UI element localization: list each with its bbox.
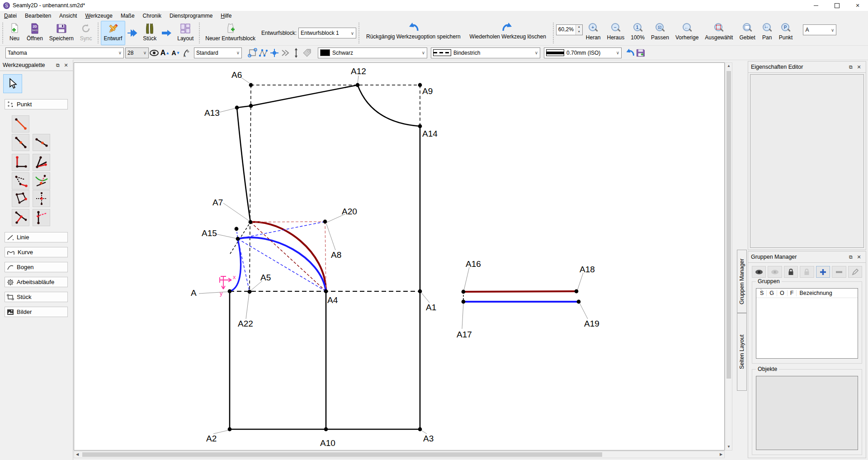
section-bilder[interactable]: Bilder bbox=[5, 307, 68, 317]
zoom-area-button[interactable]: Gebiet bbox=[736, 21, 758, 45]
pattern-segment[interactable] bbox=[462, 303, 463, 329]
menu-bearbeiten[interactable]: Bearbeiten bbox=[21, 11, 55, 20]
line-type-combobox[interactable]: Bindestrich∨ bbox=[431, 47, 540, 58]
show-curve-points-button[interactable] bbox=[258, 47, 269, 58]
pattern-segment[interactable] bbox=[238, 222, 325, 239]
pattern-segment[interactable] bbox=[241, 77, 251, 84]
point-label-A9[interactable]: A9 bbox=[422, 86, 433, 96]
pattern-segment[interactable] bbox=[580, 303, 588, 319]
pattern-segment[interactable] bbox=[246, 294, 249, 319]
zoom-point-button[interactable]: P Punkt bbox=[776, 21, 796, 45]
undo-button[interactable]: Rückgängig Werkzeugoption speichern bbox=[362, 21, 465, 45]
groups-list-header[interactable]: ˆS G O F Bezeichnung bbox=[756, 289, 858, 298]
pattern-segment[interactable] bbox=[215, 234, 236, 238]
new-draft-block-button[interactable]: Neuer Entwurfsblock bbox=[202, 21, 259, 45]
redo-button[interactable]: Wiederholen Werkzeug löschen bbox=[465, 21, 551, 45]
zoom-spinbox[interactable]: 60,2% ▲▼ bbox=[556, 24, 583, 35]
point-A10[interactable] bbox=[324, 427, 328, 432]
pattern-segment[interactable] bbox=[250, 85, 251, 292]
tool-bisector-point[interactable] bbox=[33, 154, 50, 171]
section-linie[interactable]: Linie bbox=[5, 232, 68, 242]
pattern-segment[interactable] bbox=[221, 276, 226, 289]
point-label-A13[interactable]: A13 bbox=[204, 108, 220, 118]
pattern-segment[interactable] bbox=[358, 76, 359, 84]
point-label-A6[interactable]: A6 bbox=[231, 70, 242, 80]
line-color-combobox[interactable]: Schwarz∨ bbox=[318, 47, 427, 58]
draft-block-combobox[interactable]: Entwurfsblock 1∨ bbox=[298, 28, 356, 38]
pattern-segment[interactable] bbox=[421, 430, 427, 434]
show-labels-button[interactable] bbox=[149, 47, 160, 58]
section-bogen[interactable]: Bogen bbox=[5, 262, 68, 272]
section-stueck[interactable]: Stück bbox=[5, 292, 68, 302]
float-panel-icon[interactable]: ⧉ bbox=[847, 64, 855, 70]
tool-perpendicular-point[interactable] bbox=[12, 154, 29, 171]
pattern-segment[interactable] bbox=[220, 277, 231, 283]
groups-list[interactable]: ˆS G O F Bezeichnung bbox=[756, 288, 858, 359]
decrease-label-size-button[interactable]: A▼ bbox=[170, 47, 181, 58]
point-A14[interactable] bbox=[418, 124, 422, 128]
point-label-A7[interactable]: A7 bbox=[212, 198, 223, 208]
mode-draft-button[interactable]: Entwurf bbox=[101, 21, 126, 45]
section-arbeitsablaeufe[interactable]: Arbeitsabläufe bbox=[5, 277, 68, 287]
float-panel-icon[interactable]: ⧉ bbox=[54, 62, 62, 68]
menu-dienstprogramme[interactable]: Dienstprogramme bbox=[165, 11, 217, 20]
zoom-100-button[interactable]: 1 100% bbox=[627, 21, 648, 45]
pattern-segment[interactable] bbox=[237, 85, 358, 108]
tool-midpoint-between-points[interactable] bbox=[33, 209, 50, 226]
point-A12[interactable] bbox=[356, 83, 360, 87]
tool-point-on-perpendicular[interactable] bbox=[12, 209, 29, 226]
point-A16[interactable] bbox=[462, 290, 466, 294]
tab-seiten-layout[interactable]: Seiten Layout bbox=[737, 313, 747, 391]
point-label-A5[interactable]: A5 bbox=[260, 273, 271, 283]
vertical-axis-button[interactable] bbox=[291, 47, 302, 58]
pan-button[interactable]: ↔↕ Pan bbox=[759, 21, 776, 45]
reset-line-options-button[interactable] bbox=[624, 47, 635, 58]
section-punkt[interactable]: Punkt bbox=[5, 99, 68, 109]
point-A6[interactable] bbox=[249, 83, 253, 87]
pattern-segment[interactable] bbox=[230, 239, 241, 291]
tool-point-at-distance-angle[interactable] bbox=[12, 115, 29, 133]
lock-group-button[interactable] bbox=[784, 266, 798, 278]
label-tag-button[interactable] bbox=[302, 47, 312, 58]
pattern-segment[interactable] bbox=[237, 108, 250, 222]
point-shoulder-node[interactable] bbox=[249, 104, 253, 108]
horizontal-scroll-thumb[interactable] bbox=[82, 452, 602, 457]
point-A5-A22[interactable] bbox=[248, 290, 252, 294]
point-label-A15[interactable]: A15 bbox=[202, 228, 217, 238]
label-style-combobox[interactable]: Standard∨ bbox=[194, 47, 242, 58]
pattern-segment[interactable] bbox=[213, 430, 229, 434]
point-A1[interactable] bbox=[418, 289, 422, 294]
point-label-A20[interactable]: A20 bbox=[342, 207, 357, 217]
close-panel-icon[interactable]: ✕ bbox=[855, 254, 863, 260]
close-button[interactable]: ✕ bbox=[847, 0, 868, 11]
section-kurve[interactable]: Kurve bbox=[5, 247, 68, 257]
scroll-left-icon[interactable]: ◀ bbox=[74, 451, 80, 458]
pattern-segment[interactable] bbox=[223, 203, 250, 221]
pattern-segment[interactable] bbox=[577, 273, 583, 290]
point-ctrl-node[interactable] bbox=[235, 227, 239, 231]
point-label-A[interactable]: A bbox=[191, 288, 197, 298]
point-label-x[interactable]: x bbox=[233, 274, 236, 280]
show-piece-nodes-button[interactable] bbox=[247, 47, 258, 58]
point-A13[interactable] bbox=[235, 106, 239, 110]
pattern-segment[interactable] bbox=[464, 267, 469, 290]
hide-group-button[interactable] bbox=[768, 266, 782, 278]
tool-triangle-point[interactable] bbox=[12, 190, 29, 207]
float-panel-icon[interactable]: ⧉ bbox=[847, 254, 855, 260]
increase-label-size-button[interactable]: A▲ bbox=[160, 47, 170, 58]
unlock-group-button[interactable] bbox=[800, 266, 814, 278]
point-label-A14[interactable]: A14 bbox=[422, 129, 438, 139]
save-button[interactable]: Speichern bbox=[46, 21, 77, 45]
point-label-A2[interactable]: A2 bbox=[206, 434, 217, 444]
font-combobox[interactable]: Tahoma∨ bbox=[5, 47, 124, 58]
zoom-selected-button[interactable]: Ausgewählt bbox=[702, 21, 736, 45]
point-A[interactable] bbox=[228, 289, 232, 294]
scroll-right-icon[interactable]: ▶ bbox=[718, 451, 724, 458]
point-A7[interactable] bbox=[249, 220, 253, 224]
vertical-scroll-thumb[interactable] bbox=[726, 71, 731, 379]
show-group-button[interactable] bbox=[752, 266, 766, 278]
zoom-out-button[interactable]: − Heraus bbox=[604, 21, 628, 45]
font-size-combobox[interactable]: 28∨ bbox=[125, 47, 149, 58]
maximize-button[interactable] bbox=[826, 0, 847, 11]
point-label-A1[interactable]: A1 bbox=[426, 303, 436, 313]
